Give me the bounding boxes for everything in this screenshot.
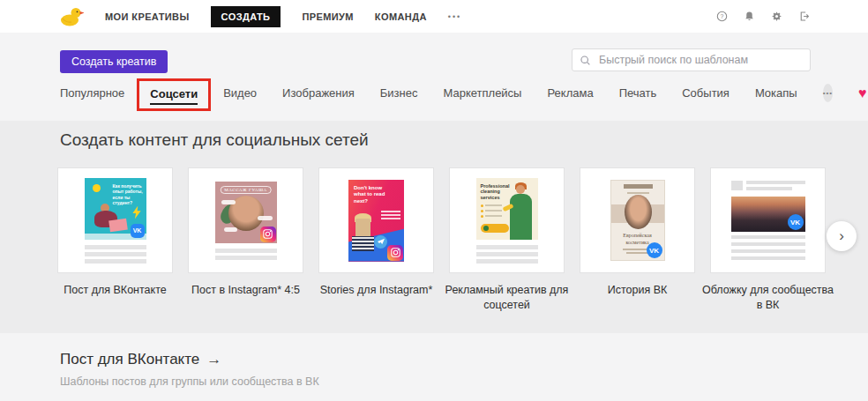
category-tabs: Популярное Соцсети Видео Изображения Биз… [60,84,812,102]
gear-icon[interactable] [771,11,782,22]
vk-post-thumbnail: Как получить опыт работы, если ты студен… [85,178,146,240]
card-vk-post[interactable]: Как получить опыт работы, если ты студен… [57,167,173,313]
tab-events[interactable]: События [682,86,730,100]
text-placeholder-lines [746,181,805,193]
header-band: Создать креатив Популярное Соцсети Видео… [0,33,868,121]
help-icon[interactable]: ? [716,11,728,22]
instagram-badge-icon [387,245,403,261]
logout-icon[interactable] [798,11,810,22]
vk-story-thumbnail: Европейская косметика VK [610,180,665,261]
tab-popular[interactable]: Популярное [60,86,124,100]
card-vk-story[interactable]: Европейская косметика VK История ВК [580,167,695,313]
arrow-right-icon: → [206,351,221,368]
create-creative-button[interactable]: Создать креатив [60,50,168,73]
tab-social-wrap: Соцсети [150,85,198,101]
city-cover-photo: VK [731,197,805,232]
template-cards-row: Как получить опыт работы, если ты студен… [57,167,826,313]
lightning-icon [132,206,142,219]
tab-print[interactable]: Печать [619,86,657,100]
menu-item-my-creatives[interactable]: МОИ КРЕАТИВЫ [105,11,190,22]
duck-logo-icon[interactable] [59,6,86,27]
footer-subtitle: Шаблоны постов для группы или сообщества… [60,375,319,388]
section-title: Создать контент для социальных сетей [60,130,369,150]
cta-pill [481,224,509,233]
card-label: Пост для ВКонтакте [49,283,182,298]
tabs-more-icon[interactable]: ••• [823,84,833,102]
card-thumbnail-box: VK [710,167,826,273]
instagram-post-thumbnail: МАССАЖ ГУАША [215,182,277,243]
avatar-placeholder [731,181,743,190]
menu-more-icon[interactable]: ••• [448,12,461,21]
book-shape [355,219,370,238]
menu-item-premium[interactable]: ПРЕМИУМ [302,11,353,22]
template-search [572,48,811,71]
vk-badge-icon: VK [131,224,145,238]
thumb-title: Как получить опыт работы, если ты студен… [113,183,145,206]
thumb-title: Don't know what to read next? [354,185,385,205]
text-placeholder-lines [731,235,805,260]
lightbulb-icon [93,184,101,192]
social-content-section: Создать контент для социальных сетей Как… [0,121,868,333]
vk-badge-icon: VK [788,214,804,230]
card-community-cover[interactable]: VK Обложку для сообщества в ВК [710,167,826,313]
menu-item-team[interactable]: КОМАНДА [375,11,427,22]
ad-creative-thumbnail: Professional cleaning services [476,178,538,240]
tab-mockups[interactable]: Мокапы [755,86,797,100]
menu-item-create[interactable]: СОЗДАТЬ [211,6,281,27]
card-ad-creative[interactable]: Professional cleaning services Рекламный… [449,167,565,313]
navbar-icon-group: ? [716,11,868,22]
card-label: Обложку для сообщества в ВК [702,283,834,313]
card-label: Пост в Instagram* 4:5 [180,283,312,298]
footer-section: Пост для ВКонтакте → Шаблоны постов для … [0,333,868,401]
tab-video[interactable]: Видео [223,86,257,100]
footer-title-link[interactable]: Пост для ВКонтакте → [60,351,221,368]
favorites-link[interactable]: ♥ Избранные [858,86,868,100]
card-thumbnail-box: Don't know what to read next? [318,167,434,273]
telegram-icon [374,235,387,249]
footer-title: Пост для ВКонтакте [60,351,199,368]
card-instagram-stories[interactable]: Don't know what to read next? [318,167,434,313]
instagram-badge-icon [260,226,276,242]
apron-shape [510,194,532,240]
vk-badge-icon: VK [647,242,662,258]
tab-marketplaces[interactable]: Маркетплейсы [443,86,521,100]
svg-text:?: ? [721,13,724,19]
card-label: Рекламный креатив для соцсетей [441,283,573,313]
tab-social[interactable]: Соцсети [150,87,198,100]
search-icon [580,55,591,66]
text-placeholder-lines [85,245,146,264]
tab-business[interactable]: Бизнес [380,86,418,100]
carousel-next-button[interactable]: › [827,221,857,251]
laptop-shape [108,218,128,232]
text-placeholder-lines [215,249,277,260]
card-instagram-post[interactable]: МАССАЖ ГУАША [188,167,303,313]
card-thumbnail-box: Как получить опыт работы, если ты студен… [57,167,173,273]
stories-thumbnail: Don't know what to read next? [348,180,404,262]
thumb-title: Professional cleaning services [481,183,507,202]
heart-icon: ♥ [858,86,867,100]
text-placeholder-lines [476,245,538,264]
card-thumbnail-box: Professional cleaning services [449,167,565,273]
bell-icon[interactable] [744,11,755,22]
tab-images[interactable]: Изображения [282,86,355,100]
card-label: История ВК [572,283,704,298]
search-input[interactable] [597,53,803,67]
card-thumbnail-box: МАССАЖ ГУАША [188,167,303,273]
card-label: Stories для Instagram* [311,283,443,298]
thumb-title: МАССАЖ ГУАША [220,186,272,194]
main-menu: МОИ КРЕАТИВЫ СОЗДАТЬ ПРЕМИУМ КОМАНДА ••• [105,6,461,27]
card-thumbnail-box: Европейская косметика VK [580,167,695,273]
top-navbar: МОИ КРЕАТИВЫ СОЗДАТЬ ПРЕМИУМ КОМАНДА •••… [0,0,868,33]
face-photo [625,195,652,229]
community-cover-thumbnail: VK [731,181,805,260]
tab-ads[interactable]: Реклама [547,86,593,100]
